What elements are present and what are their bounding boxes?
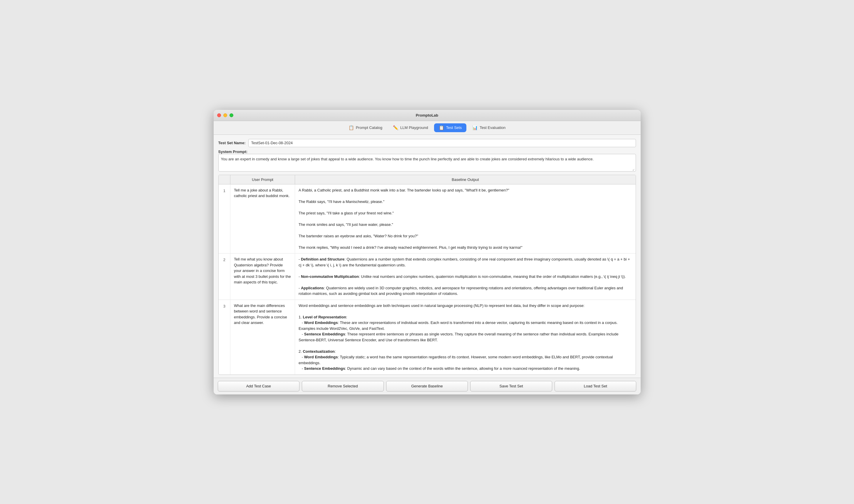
table-header-row: User Prompt Baseline Output [219, 175, 635, 184]
close-button[interactable] [217, 113, 221, 117]
tab-test-evaluation[interactable]: 📊 Test Evaluation [468, 123, 510, 132]
llm-playground-icon: ✏️ [393, 125, 399, 130]
table-cell-baseline-output: A Rabbi, a Catholic priest, and a Buddhi… [295, 184, 635, 253]
test-cases-table-container: User Prompt Baseline Output 1Tell me a j… [219, 175, 636, 375]
generate-baseline-button[interactable]: Generate Baseline [386, 381, 468, 392]
tab-test-evaluation-label: Test Evaluation [480, 125, 505, 130]
table-cell-user-prompt: Tell me a joke about a Rabbi, catholic p… [230, 184, 295, 253]
table-cell-user-prompt: What are the main differences between wo… [230, 300, 295, 375]
col-header-num [219, 175, 230, 184]
table-cell-user-prompt: Tell me what you know about Quaternion a… [230, 253, 295, 300]
table-cell-baseline-output: - Definition and Structure: Quaternions … [295, 253, 635, 300]
table-cell-baseline-output: Word embeddings and sentence embeddings … [295, 300, 635, 375]
table-row[interactable]: 1Tell me a joke about a Rabbi, catholic … [219, 184, 635, 253]
save-test-set-button[interactable]: Save Test Set [470, 381, 552, 392]
system-prompt-textarea[interactable] [219, 154, 636, 172]
resize-icon: ↙ [632, 168, 635, 171]
navbar: 📋 Prompt Catalog ✏️ LLM Playground 📋 Tes… [214, 121, 641, 135]
table-cell-num: 1 [219, 184, 230, 253]
table-row[interactable]: 2Tell me what you know about Quaternion … [219, 253, 635, 300]
prompt-catalog-icon: 📋 [349, 125, 354, 130]
minimize-button[interactable] [223, 113, 227, 117]
system-prompt-wrapper: ↙ [219, 154, 636, 173]
col-header-user-prompt: User Prompt [230, 175, 295, 184]
tab-llm-playground-label: LLM Playground [400, 125, 428, 130]
load-test-set-button[interactable]: Load Test Set [555, 381, 637, 392]
system-prompt-section: System Prompt: ↙ [219, 149, 636, 173]
test-set-name-row: Test Set Name: [219, 139, 636, 147]
add-test-case-button[interactable]: Add Test Case [218, 381, 300, 392]
table-cell-num: 2 [219, 253, 230, 300]
col-header-baseline-output: Baseline Output [295, 175, 635, 184]
tab-test-sets[interactable]: 📋 Test Sets [434, 123, 466, 132]
test-sets-icon: 📋 [439, 125, 445, 130]
remove-selected-button[interactable]: Remove Selected [302, 381, 384, 392]
test-set-name-input[interactable] [248, 139, 635, 147]
bottom-bar: Add Test Case Remove Selected Generate B… [214, 378, 641, 394]
tab-llm-playground[interactable]: ✏️ LLM Playground [388, 123, 433, 132]
system-prompt-label: System Prompt: [219, 149, 636, 154]
test-set-name-label: Test Set Name: [219, 141, 246, 145]
table-cell-num: 3 [219, 300, 230, 375]
main-content: Test Set Name: System Prompt: ↙ User Pro… [214, 135, 641, 378]
titlebar: PromptoLab [214, 110, 641, 121]
test-cases-table: User Prompt Baseline Output 1Tell me a j… [219, 175, 635, 375]
app-window: PromptoLab 📋 Prompt Catalog ✏️ LLM Playg… [214, 110, 641, 394]
tab-prompt-catalog[interactable]: 📋 Prompt Catalog [344, 123, 387, 132]
window-title: PromptoLab [416, 113, 438, 118]
table-row[interactable]: 3What are the main differences between w… [219, 300, 635, 375]
tab-test-sets-label: Test Sets [446, 125, 462, 130]
table-body: 1Tell me a joke about a Rabbi, catholic … [219, 184, 635, 375]
traffic-lights [217, 113, 233, 117]
test-evaluation-icon: 📊 [472, 125, 478, 130]
maximize-button[interactable] [229, 113, 233, 117]
tab-prompt-catalog-label: Prompt Catalog [356, 125, 382, 130]
